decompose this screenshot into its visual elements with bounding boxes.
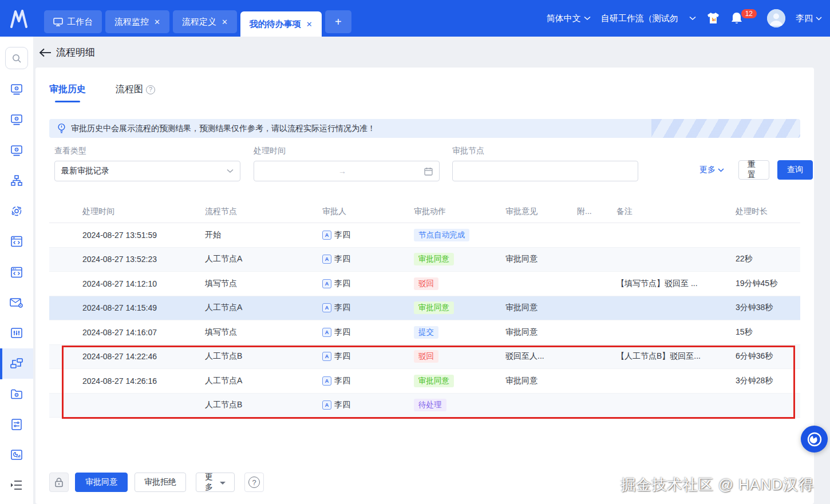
notifications-button[interactable]: 12: [730, 11, 757, 25]
sidebar-item-workbench-2[interactable]: [0, 105, 33, 135]
workspace-select[interactable]: 自研工作流（测试勿: [601, 13, 696, 24]
nav-tab-label: 流程监控: [114, 17, 149, 27]
theme-skin-button[interactable]: [706, 12, 720, 25]
nav-tab-bar: 工作台流程监控✕流程定义✕我的待办事项✕+: [42, 0, 353, 37]
cell-approver: A李四: [322, 254, 414, 264]
new-tab-button[interactable]: +: [325, 10, 351, 33]
table-row[interactable]: 2024-08-27 14:26:16人工节点AA李四审批同意审批同意3分钟28…: [49, 369, 800, 394]
user-menu[interactable]: 李四: [796, 13, 822, 24]
sidebar-item-reports[interactable]: [0, 439, 33, 470]
table-row[interactable]: 2024-08-27 14:22:46人工节点BA李四驳回驳回至人...【人工节…: [49, 345, 800, 370]
sidebar-item-params[interactable]: [0, 318, 33, 348]
cell-action: 审批同意: [414, 375, 505, 387]
close-tab-icon[interactable]: ✕: [154, 18, 160, 26]
left-sidebar: [0, 37, 33, 504]
approver-name: 李四: [334, 254, 350, 264]
filter-handle-time: 处理时间 →: [254, 146, 440, 181]
cell-flow-node: 人工节点B: [205, 400, 322, 410]
sidebar-item-workbench-1[interactable]: [0, 74, 33, 104]
close-tab-icon[interactable]: ✕: [222, 18, 228, 26]
approval-node-input[interactable]: [452, 161, 638, 181]
sidebar-collapse-button[interactable]: [0, 470, 33, 501]
table-row[interactable]: 2024-08-27 13:51:59开始A李四节点自动完成: [49, 223, 800, 248]
sidebar-item-org[interactable]: [0, 165, 33, 196]
approver-avatar-icon: A: [322, 400, 331, 410]
nav-tab-1[interactable]: 流程监控✕: [105, 10, 169, 33]
cell-duration: 3分钟38秒: [736, 303, 800, 313]
sidebar-item-mail[interactable]: [0, 287, 33, 318]
reset-button[interactable]: 重置: [738, 160, 769, 180]
tab-label: 流程图: [116, 84, 143, 96]
view-type-select[interactable]: 最新审批记录: [54, 161, 240, 181]
table-row[interactable]: 2024-08-27 14:16:07填写节点A李四提交审批同意15秒: [49, 320, 800, 345]
tab-flow-diagram[interactable]: 流程图 ?: [116, 84, 155, 102]
back-arrow-icon[interactable]: [39, 48, 52, 57]
api-window-icon: [10, 265, 23, 279]
reject-button[interactable]: 审批拒绝: [135, 473, 186, 492]
sidebar-item-forms[interactable]: [0, 409, 33, 439]
banner-stripes-decoration: [651, 119, 800, 138]
banner-text: 审批历史中会展示流程的预测结果，预测结果仅作参考，请以流程实际运行情况为准！: [71, 124, 376, 134]
tab-approval-history[interactable]: 审批历史: [49, 84, 86, 102]
app-logo[interactable]: [7, 7, 31, 31]
lock-button[interactable]: [49, 473, 69, 492]
approve-button[interactable]: 审批同意: [75, 473, 128, 492]
chevron-down-icon: [689, 16, 696, 21]
table-row[interactable]: 2024-08-27 14:15:49人工节点AA李四审批同意审批同意3分钟38…: [49, 296, 800, 321]
cell-duration: 3分钟28秒: [736, 376, 800, 386]
table-row[interactable]: 2024-08-27 14:12:10填写节点A李四驳回【填写节点】驳回至 ..…: [49, 272, 800, 296]
cell-opinion: 审批同意: [505, 376, 577, 386]
cell-flow-node: 人工节点A: [205, 376, 322, 386]
nav-tab-3[interactable]: 我的待办事项✕: [240, 11, 322, 37]
sidebar-search[interactable]: [5, 47, 28, 69]
approver-name: 李四: [334, 400, 350, 410]
username-label: 李四: [796, 13, 813, 24]
header-handle-time: 处理时间: [82, 207, 205, 217]
calendar-icon: [424, 167, 433, 176]
avatar[interactable]: [767, 9, 785, 27]
cell-flow-node: 人工节点B: [205, 351, 322, 362]
help-icon[interactable]: ?: [146, 85, 155, 94]
cell-opinion: 驳回至人...: [505, 351, 577, 362]
time-range-picker[interactable]: →: [254, 161, 440, 181]
language-select[interactable]: 简体中文: [547, 13, 591, 24]
header-approver: 审批人: [322, 207, 414, 217]
page-title: 流程明细: [56, 46, 95, 59]
nav-tab-0[interactable]: 工作台: [44, 10, 102, 33]
cell-handle-time: 2024-08-27 14:12:10: [82, 279, 205, 288]
cell-duration: 19分钟45秒: [736, 279, 800, 289]
sidebar-item-folder[interactable]: [0, 379, 33, 409]
approver-name: 李四: [334, 376, 350, 386]
approver-name: 李四: [334, 351, 350, 362]
cell-handle-time: 2024-08-27 14:26:16: [82, 376, 205, 386]
action-tag: 提交: [414, 326, 438, 339]
cell-handle-time: 2024-08-27 13:52:23: [82, 255, 205, 264]
table-row[interactable]: 2024-08-27 13:52:23人工节点AA李四审批同意审批同意22秒: [49, 248, 800, 272]
action-tag: 节点自动完成: [414, 229, 469, 241]
more-filters-label: 更多: [699, 165, 716, 175]
close-tab-icon[interactable]: ✕: [306, 20, 313, 29]
language-label: 简体中文: [547, 13, 581, 24]
reset-label: 重置: [748, 160, 760, 180]
sidebar-item-services[interactable]: [0, 196, 33, 226]
header-duration: 处理时长: [736, 207, 800, 217]
sidebar-item-flow[interactable]: [0, 348, 33, 379]
more-filters-link[interactable]: 更多: [699, 165, 724, 175]
top-navbar: 工作台流程监控✕流程定义✕我的待办事项✕+ 简体中文 自研工作流（测试勿 12: [0, 0, 830, 37]
more-actions-button[interactable]: 更多: [196, 473, 235, 492]
cell-action: 审批同意: [414, 253, 505, 265]
assistant-floating-button[interactable]: [801, 426, 828, 453]
sidebar-item-workbench-3[interactable]: [0, 135, 33, 165]
user-icon: [767, 9, 785, 27]
nav-tab-2[interactable]: 流程定义✕: [173, 10, 237, 33]
help-button[interactable]: ?: [244, 473, 264, 492]
table-row[interactable]: 人工节点BA李四待处理: [49, 394, 800, 418]
sidebar-item-code[interactable]: [0, 227, 33, 257]
cell-duration: 15秒: [736, 327, 800, 338]
sidebar-item-api[interactable]: [0, 257, 33, 287]
caret-down-icon: [220, 482, 226, 485]
search-button[interactable]: 查询: [777, 160, 813, 180]
mail-settings-icon: [9, 296, 24, 309]
filter-approval-node: 审批节点: [452, 146, 638, 181]
action-tag: 驳回: [414, 277, 438, 290]
